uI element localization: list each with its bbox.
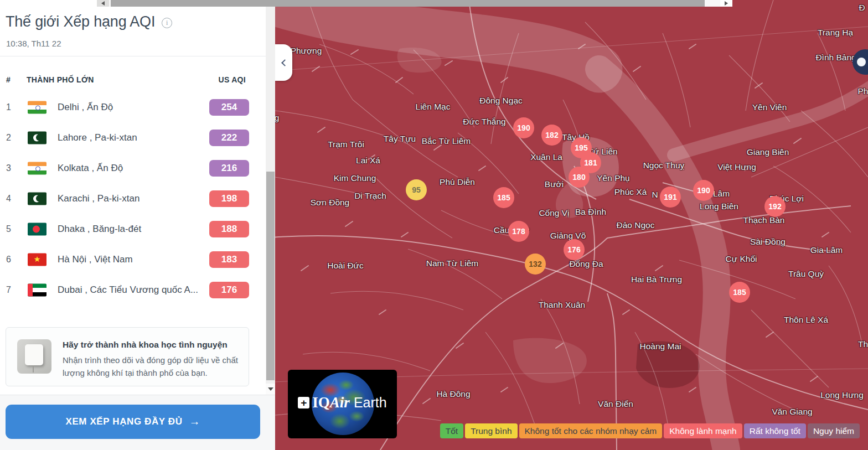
ranking-table: # THÀNH PHỐ LỚN US AQI 1 Delhi , Ấn Độ 2… — [0, 72, 266, 305]
map-place-label: Kim Chung — [334, 173, 376, 183]
city-cell: Delhi , Ấn Độ — [58, 102, 113, 113]
country-flag — [28, 131, 46, 144]
map-place-label: Thạch Bàn — [743, 215, 785, 225]
aqi-marker[interactable]: 191 — [660, 187, 681, 208]
rank-cell: 1 — [6, 102, 11, 112]
rank-cell: 2 — [6, 133, 11, 143]
brand-air: Air — [330, 394, 350, 411]
map-place-label: Bưởi — [545, 179, 564, 189]
timestamp: 10:38, Th11 22 — [6, 39, 61, 48]
map-place-label: Đình Bảng — [815, 53, 856, 63]
map-place-label: Đức Thắng — [463, 117, 505, 127]
map[interactable]: PhượnggLiên MạcĐông NgạcĐức ThắngTây Tựu… — [275, 0, 868, 450]
map-place-label: Việt Hưng — [717, 162, 756, 172]
map-place-label: Hai Bà Trưng — [631, 275, 682, 285]
map-place-label: Văn Điển — [598, 399, 633, 409]
map-place-label: N — [652, 190, 658, 200]
horizontal-scrollbar-thumb[interactable] — [111, 0, 705, 7]
map-place-label: Di Trạch — [354, 191, 386, 201]
aqi-badge: 254 — [209, 99, 249, 116]
aqi-marker[interactable]: 132 — [525, 254, 546, 275]
table-row[interactable]: 5 Dhaka , Băng-la-đét 188 — [0, 214, 266, 244]
promo-title: Hãy trở thành nhà khoa học tình nguyện — [63, 340, 228, 350]
divider — [0, 56, 266, 56]
iqair-earth-card[interactable]: + IQ Air Earth — [288, 370, 397, 438]
aqi-marker[interactable]: 185 — [493, 187, 514, 208]
map-place-label: Thanh Xuân — [539, 300, 585, 310]
map-place-label: Hà Đông — [436, 389, 470, 399]
arrow-down-icon — [268, 387, 273, 391]
city-cell: Karachi , Pa-ki-xtan — [58, 193, 140, 204]
iqair-app: PhượnggLiên MạcĐông NgạcĐức ThắngTây Tựu… — [0, 0, 868, 450]
map-place-label: Trạm Trôi — [328, 139, 364, 149]
aqi-badge: 176 — [209, 282, 249, 298]
map-place-label: Giang Biên — [747, 147, 789, 157]
rank-cell: 3 — [6, 163, 11, 173]
table-row[interactable]: 4 Karachi , Pa-ki-xtan 198 — [0, 183, 266, 214]
map-place-label: Đảo Ngọc — [617, 220, 655, 230]
scroll-right-button[interactable] — [720, 0, 732, 7]
legend-pill: Nguy hiểm — [808, 423, 860, 438]
map-place-label: Cống Vị — [539, 208, 569, 218]
map-place-label: Hoàng Mai — [640, 342, 681, 351]
aqi-marker[interactable]: 176 — [564, 239, 585, 260]
country-flag — [28, 223, 46, 235]
aqi-marker[interactable]: 190 — [513, 117, 534, 138]
ranking-sidebar: Thế giới Xếp hạng AQI 10:38, Th11 22 # T… — [0, 0, 266, 395]
sidebar-collapse-button[interactable] — [275, 44, 292, 81]
sidebar-footer: XEM XẾP HẠNG ĐẦY ĐỦ → — [0, 395, 275, 450]
map-place-label: Đống Đa — [569, 259, 603, 269]
map-place-label: Thôn Lê Xá — [784, 315, 828, 325]
table-row[interactable]: 1 Delhi , Ấn Độ 254 — [0, 92, 266, 122]
map-place-label: Tây Tựu — [384, 134, 416, 144]
legend-pill: Không tốt cho các nhóm nhạy cảm — [519, 423, 663, 438]
map-place-label: Ph — [858, 86, 868, 96]
map-place-label: Trang Hạ — [818, 28, 853, 38]
aqi-marker[interactable]: 178 — [508, 221, 529, 242]
map-place-label: Phượng — [291, 46, 322, 56]
table-row[interactable]: 7 Dubai , Các Tiểu Vương quốc A... 176 — [0, 275, 266, 305]
vertical-scrollbar-thumb[interactable] — [266, 172, 275, 380]
aqi-marker[interactable]: 192 — [764, 196, 786, 217]
scroll-down-button[interactable] — [266, 384, 275, 395]
info-icon[interactable] — [162, 18, 172, 28]
iqair-earth-logo: + IQ Air Earth — [288, 394, 397, 411]
table-header: # THÀNH PHỐ LỚN US AQI — [0, 72, 266, 92]
cta-label: XEM XẾP HẠNG ĐẦY ĐỦ — [65, 416, 182, 427]
aqi-marker[interactable]: 180 — [569, 167, 590, 188]
country-flag — [28, 253, 46, 266]
map-place-label: Yên Phụ — [597, 173, 629, 183]
city-cell: Dhaka , Băng-la-đét — [58, 224, 141, 235]
aqi-badge: 183 — [209, 251, 249, 268]
aqi-marker[interactable]: 190 — [693, 180, 714, 201]
table-row[interactable]: 6 Hà Nội , Việt Nam 183 — [0, 244, 266, 275]
aqi-marker[interactable]: 95 — [406, 179, 427, 200]
map-place-label: Sài Đồng — [750, 237, 786, 247]
rank-cell: 7 — [6, 285, 11, 295]
map-place-label: Phú Diễn — [440, 177, 475, 187]
ranking-table-body: 1 Delhi , Ấn Độ 254 2 Lahore , Pa-ki-xta… — [0, 92, 266, 305]
rank-cell: 6 — [6, 255, 11, 265]
map-place-label: Cự Khối — [726, 254, 757, 264]
legend-pill: Trung bình — [465, 423, 517, 438]
volunteer-promo-card[interactable]: Hãy trở thành nhà khoa học tình nguyện N… — [6, 327, 249, 386]
table-row[interactable]: 2 Lahore , Pa-ki-xtan 222 — [0, 122, 266, 153]
map-place-label: Gia Lâm — [810, 245, 843, 255]
map-place-label: Bắc Từ Liêm — [422, 136, 471, 146]
aqi-marker[interactable]: 185 — [729, 282, 750, 303]
aqi-badge: 222 — [209, 130, 249, 146]
arrow-right-scroll-icon — [725, 1, 728, 6]
chevron-left-icon — [281, 59, 288, 66]
scroll-left-button[interactable] — [97, 0, 109, 7]
map-place-label: g — [275, 113, 279, 123]
city-cell: Lahore , Pa-ki-xtan — [58, 132, 137, 143]
page-title: Thế giới Xếp hạng AQI — [6, 13, 155, 30]
brand-iq: IQ — [312, 394, 330, 411]
map-place-label: Phúc Xá — [614, 187, 647, 197]
horizontal-scrollbar — [97, 0, 732, 7]
aqi-marker[interactable]: 182 — [541, 125, 562, 146]
map-place-label: Xuân La — [530, 152, 562, 162]
table-row[interactable]: 3 Kolkata , Ấn Độ 216 — [0, 153, 266, 183]
view-full-ranking-button[interactable]: XEM XẾP HẠNG ĐẦY ĐỦ → — [6, 405, 260, 439]
legend-pill: Không lành mạnh — [664, 423, 742, 438]
